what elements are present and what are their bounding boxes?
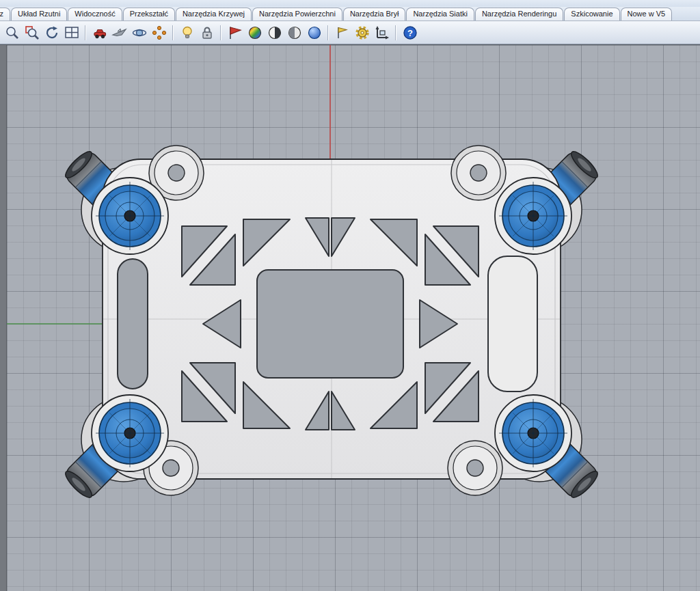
tab-narzedzia-powierzchni[interactable]: Narzędzia Powierzchni [252,8,342,20]
material-flag-icon-glyph [227,25,243,41]
lightbulb-icon[interactable] [178,23,196,42]
tab-przeksztalc[interactable]: Przekształć [123,8,175,20]
shaded-sphere-icon[interactable] [305,23,323,42]
rotate-view-icon[interactable] [42,23,61,42]
named-view-icon-glyph [92,25,108,41]
plane-icon[interactable] [110,23,129,42]
viewport-layout-icon-glyph [64,25,80,41]
help-icon-glyph: ? [402,25,418,41]
zoom-icon[interactable] [3,23,21,42]
rainbow-sphere-icon-glyph [247,25,263,41]
toolbar-separator [395,25,396,40]
cplane-icon-glyph [374,25,390,41]
tab-partial[interactable]: cz [0,8,10,20]
gear-icon[interactable] [353,23,371,42]
help-icon[interactable]: ? [401,23,419,42]
damper-bottom-left [92,395,168,471]
pan-dots-icon[interactable] [150,23,168,42]
zoom-icon-glyph [4,25,21,41]
toolbar-separator [172,25,174,40]
tab-narzedzia-bryl[interactable]: Narzędzia Brył [343,8,406,20]
shaded-sphere-icon-glyph [306,25,323,41]
display-half-icon-glyph [267,25,283,41]
svg-text:?: ? [407,28,413,38]
checkpoint-flag-icon-glyph [334,25,351,41]
zoom-window-icon-glyph [24,25,40,41]
window-top-strip [0,0,700,7]
lock-icon[interactable] [198,23,216,42]
orbit-icon-glyph [131,25,148,41]
tab-szkicowanie[interactable]: Szkicowanie [564,8,619,20]
cplane-icon[interactable] [373,23,391,42]
zoom-window-icon[interactable] [23,23,41,42]
toolbar-separator [327,25,329,40]
damper-bottom-right [495,395,571,471]
rainbow-sphere-icon[interactable] [245,23,264,42]
viewport-layout-icon[interactable] [62,23,81,42]
tab-narzedzia-krzywej[interactable]: Narzędzia Krzywej [176,8,252,20]
viewport-canvas[interactable] [0,44,700,591]
tab-narzedzia-siatki[interactable]: Narzędzia Siatki [406,8,474,20]
plane-icon-glyph [111,25,128,41]
display-half2-icon-glyph [286,25,303,41]
tab-narzedzia-renderingu[interactable]: Narzędzia Renderingu [475,8,563,20]
material-flag-icon[interactable] [226,23,244,42]
tab-uklad-rzutni[interactable]: Układ Rzutni [11,8,67,20]
main-toolbar: ? [0,21,700,44]
lock-icon-glyph [199,25,215,41]
display-half2-icon[interactable] [285,23,304,42]
viewport-model[interactable] [0,45,700,591]
tab-widocznosc[interactable]: Widoczność [68,8,122,20]
display-half-icon[interactable] [265,23,284,42]
toolbar-separator [220,25,221,40]
orbit-icon[interactable] [130,23,148,42]
lightbulb-icon-glyph [179,25,196,41]
tab-nowe-w-v5[interactable]: Nowe w V5 [621,8,673,20]
rotate-view-icon-glyph [44,25,60,41]
checkpoint-flag-icon[interactable] [333,23,351,42]
named-view-icon[interactable] [90,23,109,42]
toolbar-separator [85,25,86,40]
gear-icon-glyph [354,25,371,41]
pan-dots-icon-glyph [151,25,167,41]
toolbar-tab-bar: cz Układ Rzutni Widoczność Przekształć N… [0,7,700,21]
damper-top-right [495,178,571,254]
damper-top-left [92,178,168,254]
